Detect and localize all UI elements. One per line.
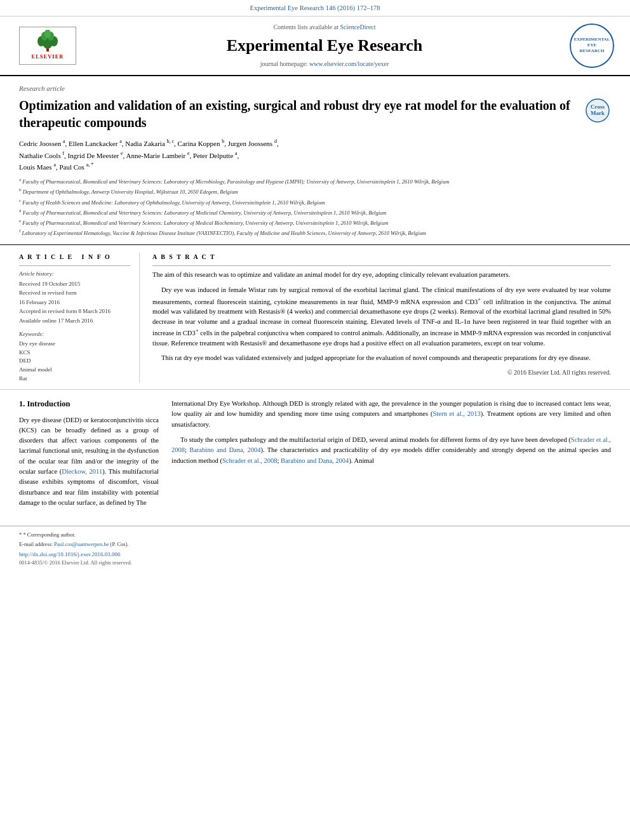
- header-section: ELSEVIER Contents lists available at Sci…: [0, 17, 630, 76]
- affiliation-c: c Faculty of Health Sciences and Medicin…: [19, 197, 611, 206]
- research-article-label: Research article: [19, 84, 611, 93]
- article-section: Research article Optimization and valida…: [0, 76, 630, 245]
- keyword-3: DED: [19, 357, 130, 365]
- affiliation-a: a Faculty of Pharmaceutical, Biomedical …: [19, 177, 611, 185]
- intro-title: 1. Introduction: [19, 399, 159, 410]
- corresponding-author-note: * * Corresponding author.: [19, 531, 611, 539]
- svg-text:Mark: Mark: [591, 110, 605, 116]
- email-link[interactable]: Paul.cos@uantwerpen.be: [54, 541, 109, 547]
- abstract-col: A B S T R A C T The aim of this research…: [152, 253, 611, 383]
- ref-barabino1[interactable]: Barabino and Dana, 2004: [189, 446, 260, 453]
- intro-para-2: International Dry Eye Workshop. Although…: [171, 399, 611, 430]
- ref-schrader2[interactable]: Schrader et al., 2008: [222, 457, 278, 464]
- elsevier-logo: ELSEVIER: [19, 27, 76, 65]
- ref-stern[interactable]: Stern et al., 2013: [432, 410, 480, 417]
- ref-barabino2[interactable]: Barabino and Dana, 2004: [281, 457, 349, 464]
- abstract-para-1: The aim of this research was to optimize…: [152, 270, 611, 280]
- intro-right-col: International Dry Eye Workshop. Although…: [171, 399, 611, 513]
- affiliations-block: a Faculty of Pharmaceutical, Biomedical …: [19, 177, 611, 237]
- header-left: ELSEVIER: [13, 23, 83, 69]
- homepage-line: journal homepage: www.elsevier.com/locat…: [260, 60, 389, 69]
- page-wrapper: Experimental Eye Research 146 (2016) 172…: [0, 0, 630, 571]
- keywords-label: Keywords:: [19, 330, 130, 338]
- journal-top-bar: Experimental Eye Research 146 (2016) 172…: [0, 0, 630, 17]
- intro-para-1: Dry eye disease (DED) or keratoconjuncti…: [19, 415, 159, 508]
- keyword-1: Dry eye disease: [19, 340, 130, 348]
- journal-badge: EXPERIMENTALEYERESEARCH: [570, 23, 614, 68]
- affiliation-d: d Faculty of Pharmaceutical, Biomedical …: [19, 208, 611, 217]
- received-date: Received 19 October 2015: [19, 280, 130, 288]
- article-title-row: Optimization and validation of an existi…: [19, 97, 611, 131]
- intro-para-3: To study the complex pathology and the m…: [171, 435, 611, 466]
- keyword-2: KCS: [19, 349, 130, 357]
- abstract-header: A B S T R A C T: [152, 253, 611, 262]
- affiliation-b: b Department of Ophthalmology, Antwerp U…: [19, 187, 611, 196]
- affiliation-f: f Laboratory of Experimental Hematology,…: [19, 228, 611, 237]
- article-info-header: A R T I C L E I N F O: [19, 253, 130, 262]
- article-history-label: Article history:: [19, 270, 130, 278]
- accepted-date: Accepted in revised form 8 March 2016: [19, 307, 130, 316]
- homepage-url[interactable]: www.elsevier.com/locate/yexer: [309, 60, 389, 67]
- revised-date: 16 February 2016: [19, 298, 130, 307]
- doi-link[interactable]: http://dx.doi.org/10.1016/j.exer.2016.03…: [19, 550, 611, 559]
- revised-label: Received in revised form: [19, 289, 130, 297]
- email-note: E-mail address: Paul.cos@uantwerpen.be (…: [19, 541, 611, 549]
- intro-body-right: International Dry Eye Workshop. Although…: [171, 399, 611, 466]
- abstract-text: The aim of this research was to optimize…: [152, 270, 611, 363]
- header-right: EXPERIMENTALEYERESEARCH: [566, 23, 617, 69]
- article-info-col: A R T I C L E I N F O Article history: R…: [19, 253, 140, 383]
- available-date: Available online 17 March 2016: [19, 317, 130, 325]
- two-col-section: A R T I C L E I N F O Article history: R…: [0, 245, 630, 390]
- affiliation-e: e Faculty of Pharmaceutical, Biomedical …: [19, 218, 611, 227]
- header-center: Contents lists available at ScienceDirec…: [83, 23, 566, 69]
- issn-text: 0014-4835/© 2016 Elsevier Ltd. All right…: [19, 559, 611, 567]
- svg-text:Cross: Cross: [591, 103, 605, 110]
- intro-section: 1. Introduction Dry eye disease (DED) or…: [0, 390, 630, 519]
- abstract-para-2: Dry eye was induced in female Wistar rat…: [152, 285, 611, 349]
- journal-citation: Experimental Eye Research 146 (2016) 172…: [250, 4, 380, 11]
- authors-line: Cedric Joossen a, Ellen Lanckacker a, Na…: [19, 138, 611, 173]
- sciencedirect-line: Contents lists available at ScienceDirec…: [273, 23, 375, 32]
- keyword-5: Rat: [19, 375, 130, 383]
- copyright-line: © 2016 Elsevier Ltd. All rights reserved…: [152, 368, 611, 377]
- article-footer: * * Corresponding author. E-mail address…: [0, 526, 630, 571]
- ref-dleckow[interactable]: Dleckow, 2011: [62, 468, 102, 475]
- elsevier-wordmark: ELSEVIER: [32, 53, 64, 61]
- abstract-para-3: This rat dry eye model was validated ext…: [152, 353, 611, 363]
- intro-body-left: Dry eye disease (DED) or keratoconjuncti…: [19, 415, 159, 508]
- crossmark-badge: Cross Mark: [584, 97, 611, 124]
- keyword-4: Animal model: [19, 366, 130, 374]
- article-main-title: Optimization and validation of an existi…: [19, 97, 578, 131]
- intro-left-col: 1. Introduction Dry eye disease (DED) or…: [19, 399, 159, 513]
- journal-title: Experimental Eye Research: [227, 34, 423, 57]
- sciencedirect-link[interactable]: ScienceDirect: [340, 23, 375, 30]
